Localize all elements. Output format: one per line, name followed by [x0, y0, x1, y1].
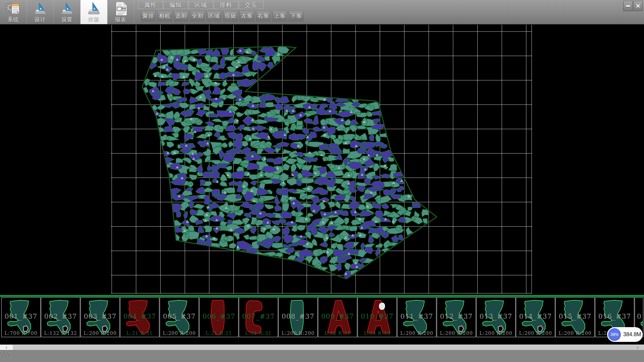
resize-grip-icon [1, 352, 9, 356]
thumbnail-piece-001_#37[interactable]: 001_#37 L:700 R:700 [1, 297, 41, 337]
menu-tab-interact[interactable]: 交互 [239, 1, 264, 9]
action-button-5[interactable]: 瑕疵 [223, 11, 238, 21]
piece-shape [478, 298, 514, 336]
report-icon [113, 1, 129, 16]
menu-tab-properties[interactable]: 属性 [138, 1, 163, 9]
thumbnail-piece-013_#37[interactable]: 013_#37 L:200 R:200 [476, 297, 516, 337]
nesting-canvas[interactable] [111, 25, 532, 294]
thumbnail-piece-009_#37[interactable]: 009_#37 L:32 R:31 [318, 297, 357, 337]
piece-shape [3, 298, 39, 336]
action-button-7[interactable]: 右靠 [256, 11, 271, 21]
main-button-bar: 系统 设计 设置 排版 [0, 0, 134, 24]
main-button-system[interactable]: 系统 [0, 0, 27, 24]
piece-shape [518, 298, 553, 336]
memory-size: 384.8M [623, 331, 641, 338]
piece-shape [162, 298, 197, 336]
piece-shape [320, 298, 356, 336]
main-button-settings[interactable]: 设置 [54, 0, 80, 24]
action-button-2[interactable]: 选割 [174, 11, 189, 21]
ruler-icon [59, 1, 75, 16]
thumbnail-piece-010_#37[interactable]: 010_#37 L:33 R:33 [358, 297, 397, 337]
piece-shape [280, 298, 316, 336]
thumbnail-piece-008_#37[interactable]: 008_#37 L:200 R:200 [278, 297, 318, 337]
close-icon: ✕ [636, 3, 640, 9]
piece-shape [439, 298, 474, 336]
window-controls: ✕ [623, 1, 643, 11]
minimize-button[interactable] [623, 1, 633, 11]
menu-tab-bar: 属性编辑区域排料交互 [138, 1, 264, 10]
piece-shape [43, 298, 78, 336]
piece-shape [360, 298, 395, 336]
memory-badge[interactable]: 38% 384.8M [607, 327, 643, 342]
strip-divider [0, 295, 644, 297]
thumbnail-piece-006_#37[interactable]: 006_#37 L:21 R:21 [199, 297, 238, 337]
thumbnail-piece-004_#37[interactable]: 004_#37 L:31 R:31 [120, 297, 159, 337]
main-button-label: 排版 [88, 16, 100, 23]
main-button-label: 报表 [115, 16, 126, 23]
piece-shape [241, 298, 276, 336]
action-button-1[interactable]: 相机 [157, 11, 172, 21]
horizontal-scrollbar[interactable]: ‹ › [0, 345, 644, 350]
action-button-8[interactable]: 上靠 [272, 11, 287, 21]
progress-circle: 38% [608, 328, 621, 341]
piece-shape [83, 298, 118, 336]
progress-percent: 38% [610, 332, 619, 337]
ruler-icon [86, 1, 102, 16]
main-button-design[interactable]: 设计 [27, 0, 54, 24]
piece-shape [557, 298, 593, 336]
menu-tab-edit[interactable]: 编辑 [163, 1, 188, 9]
piece-shape [201, 298, 237, 336]
piece-shape [399, 298, 435, 336]
thumbnail-piece-005_#37[interactable]: 005_#37 L:200 R:200 [160, 297, 199, 337]
thumbnail-piece-003_#37[interactable]: 003_#37 L:200 R:200 [80, 297, 120, 337]
menu-tab-nesting[interactable]: 排料 [214, 1, 238, 9]
thumbnail-piece-011_#37[interactable]: 011_#37 L:200 R:200 [397, 297, 436, 337]
minimize-icon [626, 5, 630, 7]
status-bar [0, 350, 644, 362]
scroll-left-button[interactable]: ‹ [0, 345, 13, 350]
thumbnail-piece-014_#37[interactable]: 014_#37 L:200 R:200 [516, 297, 555, 337]
menu-tab-region[interactable]: 区域 [189, 1, 213, 9]
gear-icon [5, 1, 21, 16]
action-button-4[interactable]: 区域 [207, 11, 221, 21]
piece-shape [122, 298, 158, 336]
close-button[interactable]: ✕ [633, 1, 643, 11]
app-window: { "window": { "controls": { "minimize": … [0, 0, 644, 362]
action-button-0[interactable]: 聚排 [141, 11, 156, 21]
action-button-3[interactable]: 全割 [190, 11, 205, 21]
main-button-report[interactable]: 报表 [107, 0, 134, 24]
thumbnail-piece-007_#37[interactable]: 007_#37 L:31 R:31 [239, 297, 278, 337]
thumbnail-piece-015_#37[interactable]: 015_#37 L:200 R:200 [555, 297, 595, 337]
nesting-layout-svg [111, 25, 532, 294]
main-button-label: 设置 [61, 16, 73, 23]
action-button-9[interactable]: 下靠 [289, 11, 304, 21]
main-button-label: 系统 [8, 16, 19, 23]
main-button-label: 设计 [35, 16, 46, 23]
scroll-right-button[interactable]: › [631, 345, 644, 350]
piece-thumbnail-strip: 001_#37 L:700 R:700 002_#37 L:132 R:132 … [0, 297, 644, 338]
action-button-6[interactable]: 左靠 [239, 11, 254, 21]
ruler-icon [32, 1, 48, 16]
main-button-layout[interactable]: 排版 [80, 0, 107, 24]
thumbnail-piece-002_#37[interactable]: 002_#37 L:132 R:132 [41, 297, 80, 337]
thumbnail-piece-012_#37[interactable]: 012_#37 L:200 R:200 [437, 297, 476, 337]
toolbar: 系统 设计 设置 排版 [0, 0, 644, 25]
nested-pieces [143, 45, 428, 281]
action-button-bar: 聚排相机选割全割区域瑕疵左靠右靠上靠下靠 [141, 11, 305, 21]
